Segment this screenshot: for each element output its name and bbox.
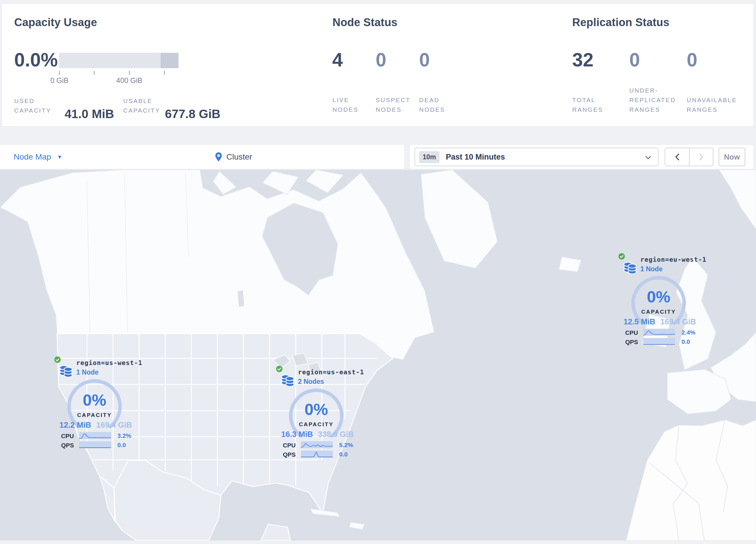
locality-marker-eu-west-1[interactable]: region=eu-west-1 1 Node 0% CAPACITY 12.5… <box>618 253 700 347</box>
cpu-sparkline <box>301 441 333 448</box>
database-stack-icon <box>59 362 73 378</box>
healthy-check-icon <box>618 253 625 260</box>
chevron-left-icon <box>675 153 679 160</box>
qps-row-value: 0.0 <box>117 442 126 449</box>
locality-total-capacity: 338.9 GiB <box>318 430 354 439</box>
chevron-down-icon <box>645 156 651 159</box>
now-button[interactable]: Now <box>719 148 745 166</box>
view-selector-dropdown[interactable]: Node Map ▾ <box>14 145 61 169</box>
locality-used-capacity: 12.2 MiB <box>59 421 91 430</box>
locality-capacity-percent: 0% <box>66 391 123 409</box>
locality-region-label: region=eu-west-1 <box>640 256 706 263</box>
locality-marker-us-west-1[interactable]: region=us-west-1 1 Node 0% CAPACITY 12.2… <box>54 356 136 450</box>
cpu-row-label: CPU <box>276 442 296 449</box>
healthy-check-icon <box>54 356 61 363</box>
locality-capacity-percent: 0% <box>288 400 345 419</box>
qps-row-label: QPS <box>54 442 74 449</box>
time-next-button[interactable] <box>689 148 713 166</box>
locality-total-capacity: 169.4 GiB <box>96 421 132 430</box>
qps-row-value: 0.0 <box>682 338 690 345</box>
locality-node-count: 2 Nodes <box>298 378 324 386</box>
usable-capacity-label: USABLE CAPACITY <box>123 96 160 115</box>
locality-total-capacity: 169.4 GiB <box>660 318 696 327</box>
suspect-nodes-label: SUSPECT NODES <box>376 95 410 114</box>
capacity-percent: 0.0% <box>14 49 58 71</box>
under-replicated-ranges-count: 0 <box>629 49 640 71</box>
capacity-bar-tick <box>94 71 95 75</box>
capacity-bar-tick <box>59 71 60 75</box>
healthy-check-icon <box>276 366 283 372</box>
locality-used-capacity: 12.5 MiB <box>624 318 655 327</box>
capacity-tick-label-0: 0 GiB <box>50 76 69 85</box>
qps-row-label: QPS <box>276 451 296 458</box>
cpu-row-label: CPU <box>54 433 74 440</box>
time-prev-button[interactable] <box>665 148 689 166</box>
dead-nodes-label: DEAD NODES <box>419 95 445 114</box>
locality-capacity-label: CAPACITY <box>288 421 345 428</box>
total-ranges-label: TOTAL RANGES <box>572 95 603 114</box>
qps-sparkline <box>79 441 111 448</box>
qps-sparkline <box>643 338 675 345</box>
qps-row-label: QPS <box>618 339 638 346</box>
database-stack-icon <box>281 372 295 387</box>
locality-capacity-label: CAPACITY <box>630 309 687 315</box>
used-capacity-value: 41.0 MiB <box>65 107 114 121</box>
suspect-nodes-count: 0 <box>376 49 386 71</box>
time-range-selector[interactable]: 10m Past 10 Minutes <box>415 148 659 166</box>
map-land-canada <box>0 170 434 362</box>
locality-capacity-values: 12.5 MiB 169.4 GiB <box>624 318 696 327</box>
cpu-row-value: 2.4% <box>682 329 695 336</box>
map-toolbar-right: 10m Past 10 Minutes Now <box>409 144 754 169</box>
cpu-row-label: CPU <box>618 329 638 336</box>
node-status-title: Node Status <box>332 16 397 29</box>
live-nodes-label: LIVE NODES <box>332 95 359 114</box>
live-nodes-count: 4 <box>332 49 343 71</box>
capacity-bar-nonusable-segment <box>161 53 179 68</box>
unavailable-ranges-label: UNAVAILABLE RANGES <box>687 95 737 114</box>
capacity-tick-label-400: 400 GiB <box>116 76 142 85</box>
location-pin-icon <box>215 152 222 162</box>
usable-capacity-value: 677.8 GiB <box>165 107 220 121</box>
capacity-bar <box>59 53 179 68</box>
database-stack-icon <box>623 259 637 275</box>
dead-nodes-count: 0 <box>419 49 430 71</box>
node-map: region=us-west-1 1 Node 0% CAPACITY 12.2… <box>0 170 756 541</box>
locality-capacity-percent: 0% <box>630 287 687 306</box>
locality-node-count: 1 Node <box>76 369 99 376</box>
used-capacity-label: USED CAPACITY <box>14 96 51 115</box>
locality-capacity-values: 12.2 MiB 169.4 GiB <box>59 421 132 430</box>
locality-region-label: region=us-west-1 <box>76 359 142 367</box>
cpu-row-value: 3.2% <box>117 432 131 439</box>
locality-capacity-values: 16.3 MiB 338.9 GiB <box>281 430 354 439</box>
cpu-sparkline <box>643 329 675 336</box>
cluster-summary-panel: Capacity Usage 0.0% 0 GiB 400 GiB USED C… <box>2 3 754 126</box>
locality-node-count: 1 Node <box>640 265 663 273</box>
unavailable-ranges-count: 0 <box>687 49 697 71</box>
qps-sparkline <box>301 451 333 458</box>
capacity-bar-tick <box>129 71 130 75</box>
time-pager <box>665 148 713 166</box>
cpu-sparkline <box>79 432 111 439</box>
breadcrumb[interactable]: Cluster <box>215 145 252 169</box>
map-toolbar-left: Node Map ▾ Cluster <box>0 144 405 169</box>
total-ranges-count: 32 <box>572 49 593 71</box>
under-replicated-ranges-label: UNDER- REPLICATED RANGES <box>629 86 676 114</box>
dropdown-caret-icon: ▾ <box>58 153 61 161</box>
capacity-usage-title: Capacity Usage <box>14 16 97 29</box>
breadcrumb-label: Cluster <box>226 152 252 162</box>
time-range-label: Past 10 Minutes <box>446 153 505 162</box>
locality-region-label: region=us-east-1 <box>298 369 364 376</box>
chevron-right-icon <box>699 153 704 160</box>
locality-capacity-label: CAPACITY <box>66 412 123 418</box>
capacity-bar-tick <box>164 71 165 75</box>
time-range-badge: 10m <box>419 151 439 163</box>
replication-status-title: Replication Status <box>572 16 669 29</box>
world-map <box>0 170 756 541</box>
view-selector-label: Node Map <box>14 152 51 162</box>
locality-marker-us-east-1[interactable]: region=us-east-1 2 Nodes 0% CAPACITY 16.… <box>276 366 358 459</box>
cpu-row-value: 5.2% <box>339 442 353 449</box>
qps-row-value: 0.0 <box>339 451 348 458</box>
locality-used-capacity: 16.3 MiB <box>281 430 313 439</box>
